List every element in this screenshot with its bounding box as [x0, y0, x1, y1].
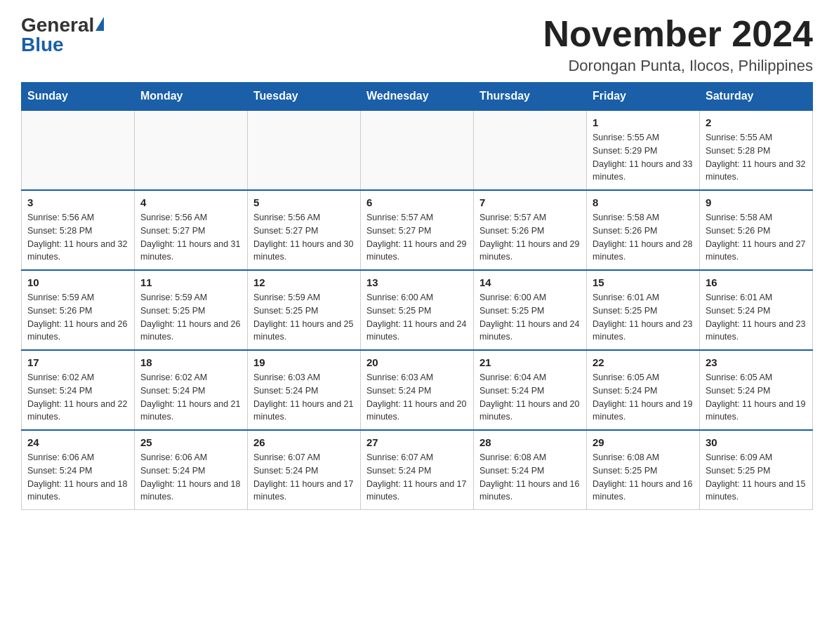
- table-row: [474, 110, 587, 190]
- col-wednesday: Wednesday: [361, 83, 474, 111]
- day-number: 21: [479, 356, 581, 368]
- table-row: 4Sunrise: 5:56 AMSunset: 5:27 PMDaylight…: [135, 190, 248, 270]
- sun-info: Sunrise: 6:07 AMSunset: 5:24 PMDaylight:…: [366, 451, 468, 504]
- sun-info: Sunrise: 6:06 AMSunset: 5:24 PMDaylight:…: [27, 451, 128, 504]
- day-number: 1: [593, 116, 694, 128]
- table-row: 5Sunrise: 5:56 AMSunset: 5:27 PMDaylight…: [248, 190, 361, 270]
- table-row: 2Sunrise: 5:55 AMSunset: 5:28 PMDaylight…: [700, 110, 813, 190]
- day-number: 26: [253, 436, 355, 448]
- table-row: [361, 110, 474, 190]
- sun-info: Sunrise: 5:56 AMSunset: 5:27 PMDaylight:…: [140, 211, 241, 264]
- table-row: 14Sunrise: 6:00 AMSunset: 5:25 PMDayligh…: [474, 270, 587, 350]
- sun-info: Sunrise: 6:02 AMSunset: 5:24 PMDaylight:…: [140, 371, 241, 424]
- table-row: 25Sunrise: 6:06 AMSunset: 5:24 PMDayligh…: [135, 430, 248, 510]
- day-number: 6: [366, 196, 468, 208]
- day-number: 17: [27, 356, 128, 368]
- calendar-week-row: 10Sunrise: 5:59 AMSunset: 5:26 PMDayligh…: [22, 270, 813, 350]
- table-row: 6Sunrise: 5:57 AMSunset: 5:27 PMDaylight…: [361, 190, 474, 270]
- day-number: 15: [593, 276, 694, 288]
- table-row: 9Sunrise: 5:58 AMSunset: 5:26 PMDaylight…: [700, 190, 813, 270]
- sun-info: Sunrise: 5:57 AMSunset: 5:27 PMDaylight:…: [366, 211, 468, 264]
- table-row: 29Sunrise: 6:08 AMSunset: 5:25 PMDayligh…: [587, 430, 700, 510]
- day-number: 28: [479, 436, 581, 448]
- table-row: [248, 110, 361, 190]
- table-row: 28Sunrise: 6:08 AMSunset: 5:24 PMDayligh…: [474, 430, 587, 510]
- table-row: 8Sunrise: 5:58 AMSunset: 5:26 PMDaylight…: [587, 190, 700, 270]
- calendar-table: Sunday Monday Tuesday Wednesday Thursday…: [21, 82, 813, 510]
- day-number: 12: [253, 276, 355, 288]
- day-number: 10: [27, 276, 128, 288]
- table-row: 11Sunrise: 5:59 AMSunset: 5:25 PMDayligh…: [135, 270, 248, 350]
- day-number: 23: [706, 356, 807, 368]
- day-number: 25: [140, 436, 241, 448]
- day-number: 18: [140, 356, 241, 368]
- table-row: 21Sunrise: 6:04 AMSunset: 5:24 PMDayligh…: [474, 350, 587, 430]
- sun-info: Sunrise: 6:05 AMSunset: 5:24 PMDaylight:…: [706, 371, 807, 424]
- page-subtitle: Dorongan Punta, Ilocos, Philippines: [543, 57, 813, 75]
- calendar-week-row: 17Sunrise: 6:02 AMSunset: 5:24 PMDayligh…: [22, 350, 813, 430]
- sun-info: Sunrise: 6:00 AMSunset: 5:25 PMDaylight:…: [366, 291, 468, 344]
- table-row: 20Sunrise: 6:03 AMSunset: 5:24 PMDayligh…: [361, 350, 474, 430]
- sun-info: Sunrise: 6:08 AMSunset: 5:25 PMDaylight:…: [593, 451, 694, 504]
- table-row: 26Sunrise: 6:07 AMSunset: 5:24 PMDayligh…: [248, 430, 361, 510]
- table-row: 17Sunrise: 6:02 AMSunset: 5:24 PMDayligh…: [22, 350, 135, 430]
- sun-info: Sunrise: 5:55 AMSunset: 5:28 PMDaylight:…: [706, 131, 807, 184]
- day-number: 4: [140, 196, 241, 208]
- day-number: 5: [253, 196, 355, 208]
- col-tuesday: Tuesday: [248, 83, 361, 111]
- table-row: [135, 110, 248, 190]
- day-number: 19: [253, 356, 355, 368]
- table-row: 18Sunrise: 6:02 AMSunset: 5:24 PMDayligh…: [135, 350, 248, 430]
- logo-blue-text: Blue: [21, 34, 64, 56]
- sun-info: Sunrise: 6:03 AMSunset: 5:24 PMDaylight:…: [253, 371, 355, 424]
- sun-info: Sunrise: 5:58 AMSunset: 5:26 PMDaylight:…: [706, 211, 807, 264]
- sun-info: Sunrise: 6:05 AMSunset: 5:24 PMDaylight:…: [593, 371, 694, 424]
- sun-info: Sunrise: 6:04 AMSunset: 5:24 PMDaylight:…: [479, 371, 581, 424]
- calendar-header-row: Sunday Monday Tuesday Wednesday Thursday…: [22, 83, 813, 111]
- sun-info: Sunrise: 5:59 AMSunset: 5:26 PMDaylight:…: [27, 291, 128, 344]
- sun-info: Sunrise: 5:56 AMSunset: 5:28 PMDaylight:…: [27, 211, 128, 264]
- table-row: 13Sunrise: 6:00 AMSunset: 5:25 PMDayligh…: [361, 270, 474, 350]
- day-number: 11: [140, 276, 241, 288]
- col-sunday: Sunday: [22, 83, 135, 111]
- sun-info: Sunrise: 6:00 AMSunset: 5:25 PMDaylight:…: [479, 291, 581, 344]
- sun-info: Sunrise: 6:02 AMSunset: 5:24 PMDaylight:…: [27, 371, 128, 424]
- sun-info: Sunrise: 5:57 AMSunset: 5:26 PMDaylight:…: [479, 211, 581, 264]
- sun-info: Sunrise: 6:03 AMSunset: 5:24 PMDaylight:…: [366, 371, 468, 424]
- sun-info: Sunrise: 5:56 AMSunset: 5:27 PMDaylight:…: [253, 211, 355, 264]
- day-number: 13: [366, 276, 468, 288]
- table-row: 7Sunrise: 5:57 AMSunset: 5:26 PMDaylight…: [474, 190, 587, 270]
- day-number: 7: [479, 196, 581, 208]
- sun-info: Sunrise: 5:55 AMSunset: 5:29 PMDaylight:…: [593, 131, 694, 184]
- day-number: 20: [366, 356, 468, 368]
- calendar-week-row: 3Sunrise: 5:56 AMSunset: 5:28 PMDaylight…: [22, 190, 813, 270]
- sun-info: Sunrise: 6:07 AMSunset: 5:24 PMDaylight:…: [253, 451, 355, 504]
- title-block: November 2024 Dorongan Punta, Ilocos, Ph…: [543, 14, 813, 75]
- table-row: 23Sunrise: 6:05 AMSunset: 5:24 PMDayligh…: [700, 350, 813, 430]
- table-row: 19Sunrise: 6:03 AMSunset: 5:24 PMDayligh…: [248, 350, 361, 430]
- table-row: 12Sunrise: 5:59 AMSunset: 5:25 PMDayligh…: [248, 270, 361, 350]
- day-number: 29: [593, 436, 694, 448]
- table-row: [22, 110, 135, 190]
- table-row: 24Sunrise: 6:06 AMSunset: 5:24 PMDayligh…: [22, 430, 135, 510]
- day-number: 14: [479, 276, 581, 288]
- sun-info: Sunrise: 6:01 AMSunset: 5:24 PMDaylight:…: [706, 291, 807, 344]
- col-thursday: Thursday: [474, 83, 587, 111]
- day-number: 24: [27, 436, 128, 448]
- day-number: 27: [366, 436, 468, 448]
- day-number: 3: [27, 196, 128, 208]
- col-monday: Monday: [135, 83, 248, 111]
- sun-info: Sunrise: 6:06 AMSunset: 5:24 PMDaylight:…: [140, 451, 241, 504]
- table-row: 1Sunrise: 5:55 AMSunset: 5:29 PMDaylight…: [587, 110, 700, 190]
- sun-info: Sunrise: 6:08 AMSunset: 5:24 PMDaylight:…: [479, 451, 581, 504]
- table-row: 15Sunrise: 6:01 AMSunset: 5:25 PMDayligh…: [587, 270, 700, 350]
- sun-info: Sunrise: 5:59 AMSunset: 5:25 PMDaylight:…: [140, 291, 241, 344]
- table-row: 16Sunrise: 6:01 AMSunset: 5:24 PMDayligh…: [700, 270, 813, 350]
- day-number: 16: [706, 276, 807, 288]
- sun-info: Sunrise: 5:58 AMSunset: 5:26 PMDaylight:…: [593, 211, 694, 264]
- col-friday: Friday: [587, 83, 700, 111]
- calendar-week-row: 24Sunrise: 6:06 AMSunset: 5:24 PMDayligh…: [22, 430, 813, 510]
- sun-info: Sunrise: 5:59 AMSunset: 5:25 PMDaylight:…: [253, 291, 355, 344]
- logo-triangle-icon: [95, 17, 104, 31]
- col-saturday: Saturday: [700, 83, 813, 111]
